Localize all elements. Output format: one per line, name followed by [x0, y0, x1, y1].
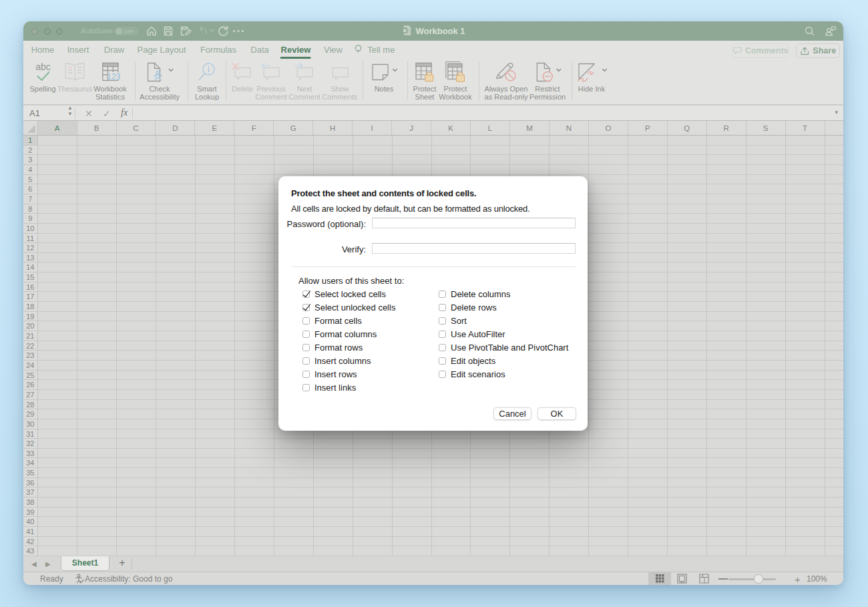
svg-text:abc: abc: [35, 61, 51, 72]
svg-text:123: 123: [107, 72, 120, 81]
